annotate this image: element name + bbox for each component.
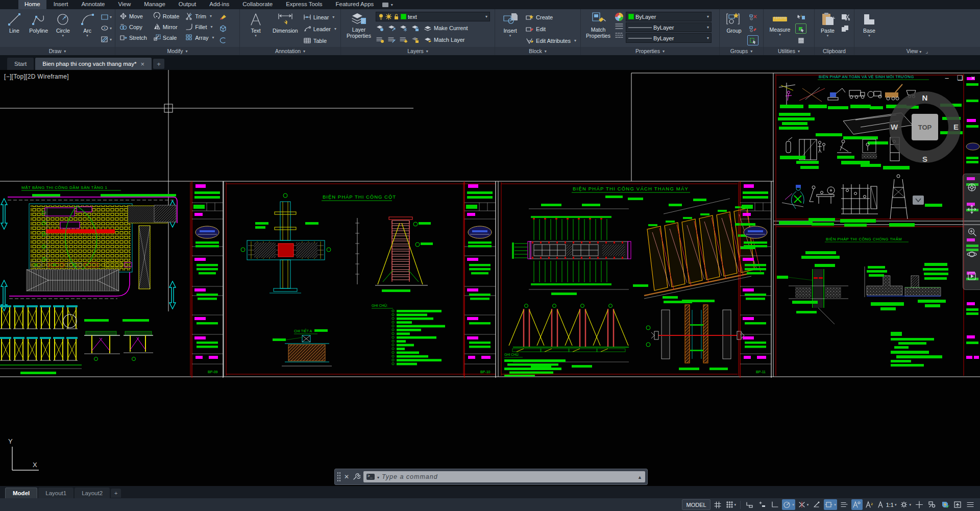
ortho-toggle[interactable]	[769, 499, 780, 510]
viewcube[interactable]: TOP N W E S	[891, 93, 959, 163]
group-edit-button[interactable]	[747, 23, 758, 34]
isometric-drafting-toggle[interactable]	[797, 499, 810, 510]
block-edit-button[interactable]: Edit	[524, 23, 577, 34]
paste-caret[interactable]: ▾	[827, 34, 829, 38]
viewcube-top[interactable]: TOP	[918, 124, 932, 131]
text-caret[interactable]: ▾	[255, 34, 257, 38]
stretch-button[interactable]: Stretch	[118, 32, 148, 43]
grid-toggle[interactable]	[712, 499, 723, 510]
view-panel-launcher[interactable]: ⌟	[925, 48, 928, 54]
tab-annotate[interactable]: Annotate	[75, 0, 111, 9]
object-snap-tracking-toggle[interactable]	[811, 499, 822, 510]
edit-attributes-button[interactable]: Edit Attributes	[524, 35, 577, 46]
command-grip-handle[interactable]	[337, 472, 341, 482]
annotation-visibility-toggle[interactable]	[851, 499, 863, 510]
tab-insert[interactable]: Insert	[47, 0, 75, 9]
ungroup-button[interactable]	[747, 12, 758, 22]
arc-caret[interactable]: ▾	[86, 34, 88, 38]
table-button[interactable]: Table	[302, 35, 337, 46]
zoom-icon[interactable]	[967, 227, 977, 237]
panel-label-view[interactable]: View⌟	[854, 47, 980, 55]
viewcube-east[interactable]: E	[953, 123, 959, 131]
base-caret[interactable]: ▾	[868, 34, 870, 38]
cut-button[interactable]	[840, 12, 851, 22]
tab-addins[interactable]: Add-ins	[203, 0, 235, 9]
block-create-button[interactable]: Create	[524, 12, 577, 22]
tab-featured-apps[interactable]: Featured Apps	[330, 0, 380, 9]
polar-tracking-toggle[interactable]	[782, 499, 795, 510]
viewport-controls-label[interactable]: [−][Top][2D Wireframe]	[4, 73, 69, 80]
dimension-button[interactable]: Dimension	[271, 11, 300, 34]
linear-button[interactable]: Linear	[302, 12, 337, 22]
tab-collaborate[interactable]: Collaborate	[236, 0, 279, 9]
orbit-icon[interactable]	[967, 249, 977, 259]
tab-layout2[interactable]: Layout2	[75, 488, 110, 498]
panel-label-block[interactable]: Block	[495, 47, 580, 55]
scale-button[interactable]: Scale	[152, 32, 180, 43]
file-tab-start[interactable]: Start	[7, 58, 34, 70]
group-select-toggle[interactable]	[747, 35, 758, 45]
showmotion-icon[interactable]	[967, 271, 977, 281]
tab-model[interactable]: Model	[5, 488, 37, 498]
snap-mode-toggle[interactable]	[725, 499, 738, 510]
array-button[interactable]: Array	[184, 32, 215, 43]
quick-select-button[interactable]	[795, 12, 806, 22]
tab-home[interactable]: Home	[18, 0, 46, 9]
explode-button[interactable]	[217, 23, 229, 34]
linetype-dropdown[interactable]: ByLayer▾	[626, 33, 712, 43]
tab-layout1[interactable]: Layout1	[38, 488, 74, 498]
rectangle-tool-button[interactable]	[101, 12, 112, 22]
panel-label-layers[interactable]: Layers	[341, 47, 495, 55]
dynamic-input-toggle[interactable]	[744, 499, 755, 510]
fillet-button[interactable]: Fillet	[184, 21, 215, 32]
lineweight-dropdown[interactable]: ByLayer▾	[626, 22, 712, 32]
viewcube-south[interactable]: S	[922, 155, 927, 163]
layer-dropdown-caret[interactable]: ▾	[485, 14, 487, 19]
panel-label-groups[interactable]: Groups	[720, 47, 763, 55]
close-icon[interactable]: ×	[971, 74, 975, 82]
hardware-acceleration-button[interactable]	[939, 499, 950, 510]
new-drawing-button[interactable]	[153, 59, 164, 69]
quick-calculator-button[interactable]	[795, 35, 806, 45]
mirror-button[interactable]: Mirror	[152, 21, 180, 32]
model-space-button[interactable]: MODEL	[682, 499, 710, 510]
command-close-icon[interactable]: ✕	[344, 473, 349, 480]
panel-label-clipboard[interactable]: Clipboard	[815, 47, 854, 55]
paste-button[interactable]: Paste ▾	[818, 11, 838, 38]
join-button[interactable]	[217, 35, 229, 45]
new-layout-button[interactable]	[111, 489, 121, 498]
base-button[interactable]: Base ▾	[857, 11, 881, 38]
trim-button[interactable]: Trim	[184, 11, 215, 21]
object-snap-toggle[interactable]	[824, 499, 837, 510]
copy-button[interactable]: Copy	[118, 21, 148, 32]
annotation-autoscale-toggle[interactable]	[864, 499, 875, 510]
crosshair-customize-button[interactable]	[914, 499, 925, 510]
panel-label-properties[interactable]: Properties	[581, 47, 719, 55]
circle-caret[interactable]: ▾	[62, 34, 64, 38]
arc-button[interactable]: Arc ▾	[76, 11, 99, 38]
viewcube-north[interactable]: N	[922, 93, 928, 102]
panel-label-modify[interactable]: Modify	[115, 47, 239, 55]
line-button[interactable]: Line	[3, 11, 26, 34]
command-customize-wrench-icon[interactable]	[352, 473, 360, 481]
make-current-button[interactable]: Make Current	[423, 22, 469, 33]
snap-reference-toggle[interactable]	[756, 499, 768, 510]
panel-label-draw[interactable]: Draw	[0, 47, 115, 55]
isolate-objects-button[interactable]	[926, 499, 938, 510]
leader-button[interactable]: Leader	[302, 23, 337, 34]
tab-view[interactable]: View	[112, 0, 137, 9]
pan-icon[interactable]	[967, 204, 977, 214]
steering-wheel-icon[interactable]	[967, 182, 977, 192]
group-button[interactable]: Group	[723, 11, 745, 34]
file-tab-close-icon[interactable]	[140, 60, 144, 68]
layer-dropdown[interactable]: text ▾	[376, 12, 490, 21]
measure-caret[interactable]: ▾	[779, 33, 781, 37]
tab-express-tools[interactable]: Express Tools	[280, 0, 328, 9]
tab-manage[interactable]: Manage	[138, 0, 172, 9]
ribbon-display-toggle[interactable]	[381, 0, 394, 9]
insert-caret[interactable]: ▾	[509, 34, 511, 38]
panel-label-utilities[interactable]: Utilities	[764, 47, 814, 55]
hatch-tool-button[interactable]	[101, 34, 112, 44]
erase-button[interactable]	[217, 12, 229, 22]
circle-button[interactable]: Circle ▾	[52, 11, 75, 38]
